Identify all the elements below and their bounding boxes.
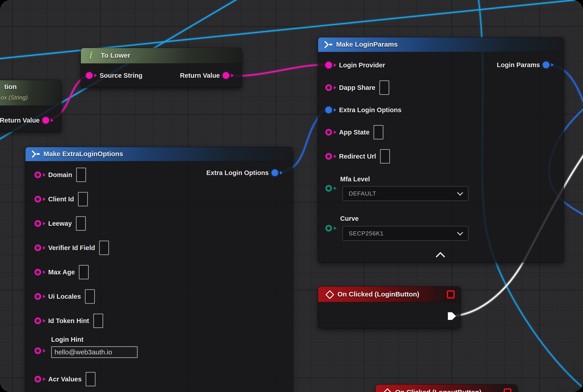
- text-field-empty[interactable]: [79, 265, 89, 279]
- text-field-empty[interactable]: [379, 80, 389, 95]
- pin-wedge-icon: [43, 270, 46, 274]
- pin-wedge-icon: [43, 349, 46, 352]
- pin-label: Extra Login Options: [206, 169, 269, 177]
- chevron-down-icon: [457, 229, 463, 236]
- struct-output-pin[interactable]: [272, 170, 278, 176]
- string-input-pin[interactable]: [34, 220, 41, 227]
- pin-wedge-icon: [280, 171, 282, 174]
- text-field-empty[interactable]: [374, 125, 384, 140]
- pin-label: Dapp Share: [339, 84, 375, 92]
- node-make-extraloginoptions[interactable]: Make ExtraLoginOptions Extra Login Optio…: [25, 147, 293, 392]
- node-partial-function[interactable]: tion ox (String) Return Value: [0, 80, 61, 132]
- string-input-pin[interactable]: [34, 269, 41, 276]
- text-field-empty[interactable]: [76, 216, 86, 231]
- login-hint-label: Login Hint: [51, 336, 83, 343]
- input-row: Dapp Share: [325, 81, 389, 94]
- string-input-pin[interactable]: [325, 84, 332, 91]
- exec-output-pin[interactable]: [448, 312, 456, 320]
- input-row: Leeway: [34, 217, 86, 230]
- collapse-node-chevron[interactable]: [436, 252, 445, 261]
- node-to-lower[interactable]: ƒ To Lower Source String Return Value: [81, 48, 242, 88]
- pin-label: Redirect Url: [339, 153, 376, 160]
- pin-label: Id Token Hint: [48, 317, 89, 325]
- output-row: Login Params: [497, 58, 554, 72]
- pin-wedge-icon: [94, 74, 97, 77]
- pin-label: App State: [339, 129, 370, 136]
- string-input-pin[interactable]: [34, 318, 41, 324]
- pin-label: Ui Locales: [48, 293, 81, 300]
- string-input-pin[interactable]: [34, 376, 41, 382]
- text-field-empty[interactable]: [85, 289, 95, 304]
- node-onclicked-loginbutton[interactable]: On Clicked (LoginButton): [318, 286, 461, 328]
- enum-input-pin[interactable]: [325, 225, 332, 232]
- enum-input-pin[interactable]: [325, 185, 332, 192]
- login-hint-input[interactable]: [51, 346, 138, 358]
- text-field-empty[interactable]: [86, 372, 96, 386]
- string-input-pin[interactable]: [34, 244, 41, 251]
- pin-label: Verifier Id Field: [48, 244, 95, 252]
- input-row-login-hint: [34, 344, 46, 358]
- input-row: Login Provider: [325, 58, 385, 72]
- node-make-loginparams[interactable]: Make LoginParams Login Params Login Prov…: [318, 37, 564, 262]
- pin-wedge-icon: [334, 226, 336, 230]
- pin-wedge-icon: [43, 377, 46, 381]
- input-row-mfa: [325, 182, 336, 195]
- node-title: Make LoginParams: [336, 40, 398, 48]
- node-title: On Clicked (LogoutButton): [395, 388, 482, 392]
- pin-label: Return Value: [0, 117, 40, 124]
- pin-wedge-icon: [334, 63, 336, 67]
- pin-wedge-icon: [231, 74, 234, 77]
- pin-wedge-icon: [334, 186, 336, 190]
- string-input-pin[interactable]: [34, 293, 41, 300]
- text-field-empty[interactable]: [380, 149, 390, 164]
- pin-wedge-icon: [43, 246, 46, 250]
- string-input-pin[interactable]: [325, 129, 332, 136]
- output-row: Return Value: [180, 69, 234, 82]
- pin-label: Extra Login Options: [339, 106, 402, 114]
- curve-value: SECP256K1: [349, 230, 384, 237]
- input-row: Source String: [86, 69, 142, 82]
- pin-wedge-icon: [43, 222, 46, 225]
- blueprint-editor-frame: tion ox (String) Return Value ƒ To Lower…: [0, 0, 583, 392]
- text-field-empty[interactable]: [99, 240, 109, 255]
- struct-input-pin[interactable]: [325, 106, 332, 113]
- event-binding-icon: [447, 290, 454, 298]
- pin-label: Max Age: [48, 268, 75, 276]
- text-field-empty[interactable]: [76, 168, 86, 182]
- pin-wedge-icon: [51, 118, 54, 122]
- mfa-level-dropdown[interactable]: DEFAULT: [342, 186, 468, 201]
- output-row: Return Value: [0, 114, 54, 127]
- text-field-empty[interactable]: [78, 192, 88, 206]
- struct-make-icon: [324, 41, 333, 48]
- string-input-pin[interactable]: [34, 196, 41, 202]
- node-title: To Lower: [101, 52, 130, 59]
- event-binding-icon: [504, 388, 511, 392]
- blueprint-graph-canvas[interactable]: tion ox (String) Return Value ƒ To Lower…: [0, 0, 583, 392]
- pin-wedge-icon: [43, 197, 46, 201]
- pin-wedge-icon: [334, 154, 336, 158]
- node-title: On Clicked (LoginButton): [338, 290, 419, 298]
- input-row: Domain: [34, 168, 86, 182]
- pin-wedge-icon: [43, 319, 46, 322]
- pin-label: Login Params: [497, 61, 540, 69]
- struct-output-pin[interactable]: [543, 62, 550, 68]
- string-input-pin[interactable]: [34, 172, 41, 178]
- string-output-pin[interactable]: [42, 117, 49, 124]
- pin-label: Client Id: [48, 196, 74, 203]
- wire-tolower-to-loginprovider: [228, 65, 328, 76]
- string-input-pin[interactable]: [34, 348, 41, 354]
- curve-dropdown[interactable]: SECP256K1: [342, 226, 468, 241]
- pin-wedge-icon: [551, 63, 554, 67]
- function-icon: ƒ: [89, 50, 93, 60]
- text-field-empty[interactable]: [93, 314, 103, 328]
- node-onclicked-logoutbutton[interactable]: On Clicked (LogoutButton): [376, 384, 518, 392]
- node-subtitle: ox (String): [1, 94, 28, 101]
- input-row: App State: [325, 126, 384, 139]
- string-output-pin[interactable]: [222, 72, 229, 79]
- pin-wedge-icon: [334, 86, 336, 90]
- pin-wedge-icon: [43, 295, 46, 298]
- string-input-pin[interactable]: [86, 72, 92, 79]
- string-input-pin[interactable]: [325, 62, 332, 68]
- input-row: Verifier Id Field: [34, 241, 109, 254]
- string-input-pin[interactable]: [325, 153, 332, 160]
